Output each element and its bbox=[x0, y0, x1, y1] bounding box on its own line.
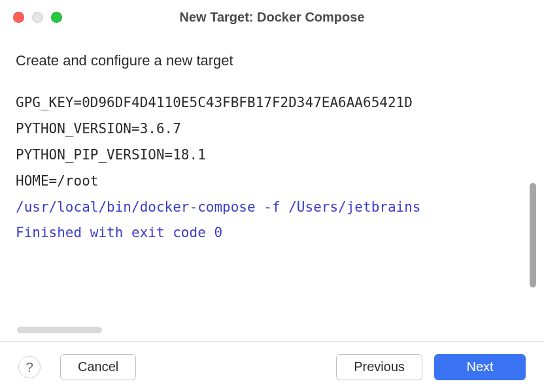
next-button[interactable]: Next bbox=[434, 354, 526, 380]
console-output-wrapper: GPG_KEY=0D96DF4D4110E5C43FBFB17F2D347EA6… bbox=[1, 85, 543, 341]
help-button[interactable]: ? bbox=[18, 356, 41, 378]
console-line: GPG_KEY=0D96DF4D4110E5C43FBFB17F2D347EA6… bbox=[16, 90, 530, 116]
page-subtitle: Create and configure a new target bbox=[0, 34, 544, 85]
console-line: PYTHON_PIP_VERSION=18.1 bbox=[16, 142, 530, 169]
console-line-status: Finished with exit code 0 bbox=[16, 220, 530, 246]
vertical-scrollbar[interactable] bbox=[530, 183, 536, 287]
previous-button[interactable]: Previous bbox=[336, 354, 422, 380]
console-line: HOME=/root bbox=[16, 169, 530, 195]
console-line-command: /usr/local/bin/docker-compose -f /Users/… bbox=[16, 195, 530, 221]
console-line: PYTHON_VERSION=3.6.7 bbox=[16, 116, 530, 142]
cancel-button[interactable]: Cancel bbox=[60, 354, 136, 380]
window-controls bbox=[13, 12, 62, 23]
horizontal-scrollbar[interactable] bbox=[17, 327, 102, 333]
minimize-icon bbox=[32, 12, 43, 23]
help-icon: ? bbox=[26, 359, 33, 375]
console-output[interactable]: GPG_KEY=0D96DF4D4110E5C43FBFB17F2D347EA6… bbox=[1, 85, 543, 341]
titlebar: New Target: Docker Compose bbox=[0, 0, 544, 34]
maximize-icon[interactable] bbox=[51, 12, 62, 23]
close-icon[interactable] bbox=[13, 12, 24, 23]
dialog-footer: ? Cancel Previous Next bbox=[0, 341, 544, 392]
window-title: New Target: Docker Compose bbox=[0, 10, 544, 25]
